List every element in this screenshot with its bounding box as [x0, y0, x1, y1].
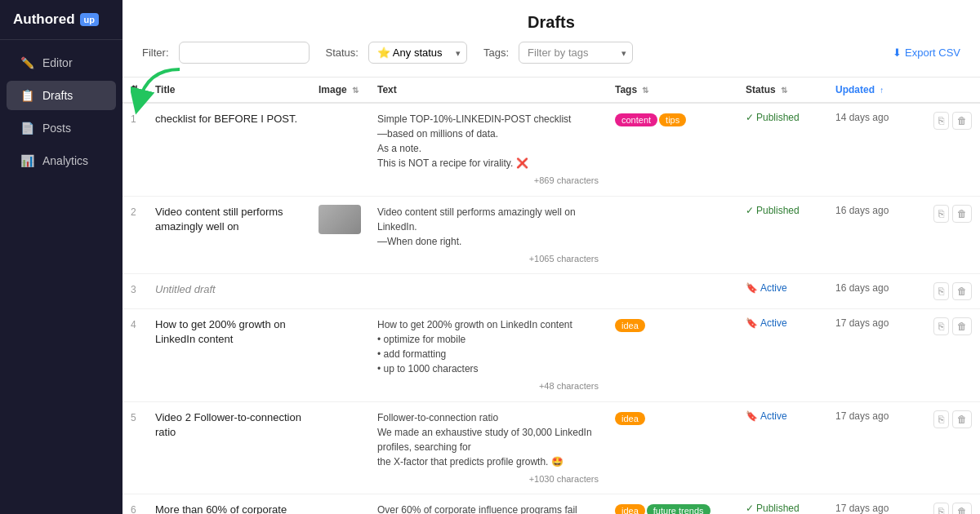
drafts-table: ⇅ Title Image ⇅ Text Tags ⇅ Status ⇅	[122, 78, 980, 514]
delete-button[interactable]: 🗑	[952, 410, 972, 428]
row-text: Over 60% of corporate influence programs…	[369, 494, 607, 515]
row-text: Simple TOP-10%-LINKEDIN-POST checklist—b…	[369, 103, 607, 196]
sidebar-nav: ✏️ Editor 📋 Drafts 📄 Posts 📊 Analytics	[0, 40, 122, 177]
status-label: Status:	[326, 47, 359, 59]
row-tags: ideafuture trendscontent	[607, 494, 737, 515]
toolbar: Filter: Status: ⭐ Any status Tags: Filte…	[142, 42, 960, 70]
tags-select[interactable]: Filter by tags	[519, 42, 633, 64]
row-image	[310, 309, 369, 402]
sidebar-item-posts[interactable]: 📄 Posts	[7, 113, 116, 143]
posts-icon: 📄	[20, 122, 34, 135]
copy-button[interactable]: ⎘	[933, 282, 949, 300]
copy-button[interactable]: ⎘	[933, 112, 949, 130]
table-row: 4How to get 200% growth on LinkedIn cont…	[122, 309, 980, 402]
row-tags: contenttips	[607, 103, 737, 196]
row-num: 6	[122, 494, 147, 515]
row-title[interactable]: Video 2 Follower-to-connection ratio	[147, 401, 310, 494]
tag-badge: idea	[615, 504, 645, 514]
status-bookmark-icon: 🔖	[746, 410, 758, 422]
row-actions: ⎘🗑	[925, 274, 980, 309]
filter-label: Filter:	[142, 47, 169, 59]
row-num: 1	[122, 103, 147, 196]
row-text: How to get 200% growth on LinkedIn conte…	[369, 309, 607, 402]
tags-select-wrapper[interactable]: Filter by tags	[519, 42, 633, 64]
status-check-icon: ✓	[746, 205, 754, 216]
row-title[interactable]: Untitled draft	[147, 274, 310, 309]
delete-button[interactable]: 🗑	[952, 112, 972, 130]
col-header-status[interactable]: Status ⇅	[737, 78, 827, 103]
row-actions: ⎘🗑	[925, 103, 980, 196]
row-num: 3	[122, 274, 147, 309]
col-header-num: ⇅	[122, 78, 147, 103]
copy-button[interactable]: ⎘	[933, 317, 949, 335]
status-bookmark-icon: 🔖	[746, 282, 758, 294]
row-text: Follower-to-connection ratioWe made an e…	[369, 401, 607, 494]
row-image	[310, 494, 369, 515]
sidebar: Authored up ✏️ Editor 📋 Drafts 📄 Posts 📊…	[0, 0, 122, 514]
logo: Authored up	[0, 0, 122, 40]
copy-button[interactable]: ⎘	[933, 503, 949, 514]
row-title[interactable]: Video content still performs amazingly w…	[147, 196, 310, 274]
drafts-icon: 📋	[20, 89, 34, 102]
row-status: 🔖 Active	[737, 274, 827, 309]
tag-badge: idea	[615, 319, 645, 332]
col-header-tags[interactable]: Tags ⇅	[607, 78, 737, 103]
main-content: Drafts Filter: Status: ⭐ Any status Tags…	[122, 0, 980, 514]
sidebar-item-editor[interactable]: ✏️ Editor	[7, 48, 116, 78]
row-num: 4	[122, 309, 147, 402]
row-updated: 17 days ago	[827, 494, 925, 515]
row-status: 🔖 Active	[737, 401, 827, 494]
col-header-actions	[925, 78, 980, 103]
col-header-image[interactable]: Image ⇅	[310, 78, 369, 103]
tag-badge: future trends	[647, 504, 710, 514]
row-text	[369, 274, 607, 309]
sidebar-item-label: Analytics	[42, 154, 88, 167]
row-status: 🔖 Active	[737, 309, 827, 402]
row-title[interactable]: More than 60% of corporate influence pro…	[147, 494, 310, 515]
row-image	[310, 103, 369, 196]
col-header-updated[interactable]: Updated ↑	[827, 78, 925, 103]
table-body: 1checklist for BEFORE I POST.Simple TOP-…	[122, 103, 980, 514]
row-updated: 17 days ago	[827, 309, 925, 402]
filter-input[interactable]	[179, 42, 310, 64]
copy-button[interactable]: ⎘	[933, 410, 949, 428]
col-header-text: Text	[369, 78, 607, 103]
row-image	[310, 274, 369, 309]
row-tags: idea	[607, 401, 737, 494]
col-header-title[interactable]: Title	[147, 78, 310, 103]
table-header: ⇅ Title Image ⇅ Text Tags ⇅ Status ⇅	[122, 78, 980, 103]
row-tags: idea	[607, 309, 737, 402]
sidebar-item-drafts[interactable]: 📋 Drafts	[7, 81, 116, 110]
table-row: 3Untitled draft🔖 Active16 days ago⎘🗑	[122, 274, 980, 309]
delete-button[interactable]: 🗑	[952, 503, 972, 514]
status-select-wrapper[interactable]: ⭐ Any status	[368, 42, 467, 64]
logo-badge: up	[80, 13, 99, 26]
delete-button[interactable]: 🗑	[952, 205, 972, 223]
sidebar-item-analytics[interactable]: 📊 Analytics	[7, 146, 116, 175]
main-header: Drafts Filter: Status: ⭐ Any status Tags…	[122, 0, 980, 78]
copy-button[interactable]: ⎘	[933, 205, 949, 223]
row-title[interactable]: checklist for BEFORE I POST.	[147, 103, 310, 196]
row-updated: 17 days ago	[827, 401, 925, 494]
sidebar-item-label: Editor	[42, 56, 73, 69]
sidebar-item-label: Drafts	[42, 89, 73, 102]
sort-icon: ⇅	[131, 84, 139, 95]
row-title[interactable]: How to get 200% growth on LinkedIn conte…	[147, 309, 310, 402]
row-tags	[607, 196, 737, 274]
row-tags	[607, 274, 737, 309]
tag-badge: idea	[615, 412, 645, 425]
row-updated: 14 days ago	[827, 103, 925, 196]
row-num: 5	[122, 401, 147, 494]
delete-button[interactable]: 🗑	[952, 282, 972, 300]
row-num: 2	[122, 196, 147, 274]
delete-button[interactable]: 🗑	[952, 317, 972, 335]
row-text: Video content still performs amazingly w…	[369, 196, 607, 274]
tag-badge: tips	[659, 113, 686, 126]
analytics-icon: 📊	[20, 154, 34, 167]
table-row: 5Video 2 Follower-to-connection ratioFol…	[122, 401, 980, 494]
table-row: 2Video content still performs amazingly …	[122, 196, 980, 274]
status-select[interactable]: ⭐ Any status	[368, 42, 467, 64]
export-csv-button[interactable]: ⬇ Export CSV	[893, 47, 960, 59]
row-image	[310, 196, 369, 274]
row-actions: ⎘🗑	[925, 196, 980, 274]
